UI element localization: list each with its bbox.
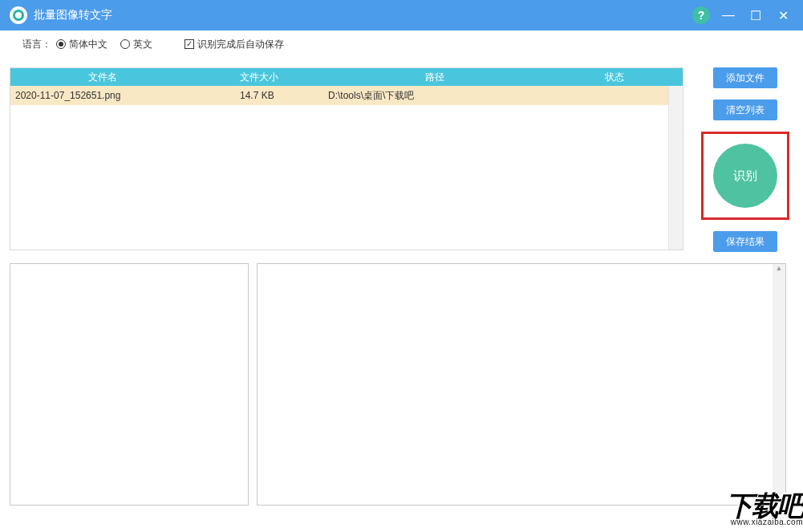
- col-header-status: 状态: [546, 71, 683, 84]
- image-preview-pane: [10, 263, 249, 506]
- add-file-button[interactable]: 添加文件: [713, 67, 777, 88]
- recognize-button[interactable]: 识别: [713, 144, 777, 208]
- cell-path: D:\tools\桌面\下载吧: [323, 89, 546, 103]
- window-title: 批量图像转文字: [34, 8, 112, 22]
- result-scrollbar[interactable]: [773, 264, 785, 505]
- radio-zh-label: 简体中文: [69, 38, 107, 51]
- checkbox-autosave[interactable]: ✓ 识别完成后自动保存: [185, 38, 284, 51]
- col-header-path: 路径: [323, 71, 546, 84]
- checkbox-icon: ✓: [185, 39, 194, 49]
- help-icon[interactable]: ?: [692, 6, 710, 24]
- radio-language-zh[interactable]: 简体中文: [56, 38, 107, 51]
- col-header-size: 文件大小: [195, 71, 323, 84]
- radio-en-label: 英文: [133, 38, 152, 51]
- col-header-name: 文件名: [10, 71, 195, 84]
- save-result-button[interactable]: 保存结果: [713, 231, 777, 252]
- autosave-label: 识别完成后自动保存: [197, 38, 284, 51]
- cell-size: 14.7 KB: [195, 90, 323, 101]
- minimize-button[interactable]: —: [715, 0, 742, 30]
- table-header: 文件名 文件大小 路径 状态: [10, 68, 683, 86]
- table-scrollbar[interactable]: [668, 86, 683, 250]
- radio-language-en[interactable]: 英文: [120, 38, 152, 51]
- titlebar: 批量图像转文字 ? — ☐ ✕: [0, 0, 803, 30]
- options-toolbar: 语言： 简体中文 英文 ✓ 识别完成后自动保存: [0, 30, 803, 58]
- language-label: 语言：: [22, 38, 51, 51]
- side-panel: 添加文件 清空列表 识别 保存结果: [697, 67, 793, 252]
- clear-list-button[interactable]: 清空列表: [713, 99, 777, 120]
- radio-dot-icon: [56, 39, 66, 49]
- file-table: 文件名 文件大小 路径 状态 2020-11-07_152651.png 14.…: [10, 67, 683, 250]
- result-text-pane[interactable]: [257, 263, 786, 506]
- maximize-button[interactable]: ☐: [742, 0, 769, 30]
- close-button[interactable]: ✕: [769, 0, 797, 30]
- cell-name: 2020-11-07_152651.png: [10, 90, 195, 101]
- table-row[interactable]: 2020-11-07_152651.png 14.7 KB D:\tools\桌…: [10, 86, 683, 105]
- recognize-highlight: 识别: [701, 132, 789, 220]
- radio-dot-icon: [120, 39, 130, 49]
- app-logo-icon: [10, 6, 27, 24]
